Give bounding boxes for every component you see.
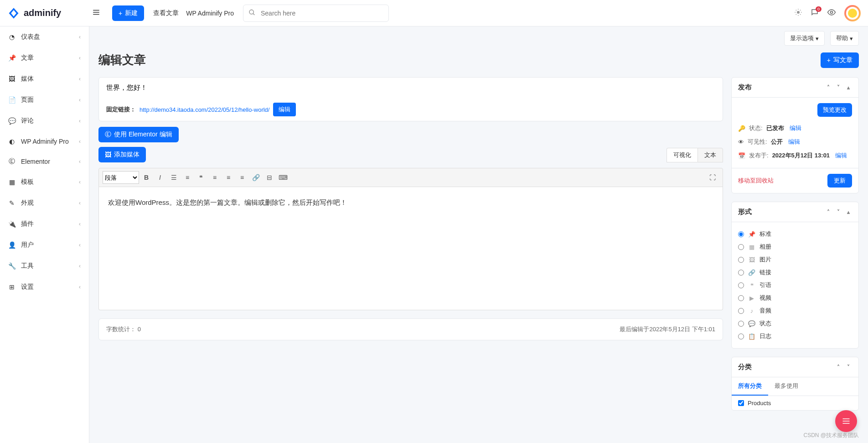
user-avatar[interactable] — [844, 5, 861, 21]
permalink-url[interactable]: http://demo34.itaoda.com/2022/05/12/hell… — [140, 106, 269, 113]
chevron-left-icon: ‹ — [79, 263, 81, 269]
box-up-icon[interactable]: ˄ — [835, 364, 842, 370]
format-option-video[interactable]: ▶视频 — [738, 292, 852, 304]
link-button[interactable]: 🔗 — [249, 171, 262, 184]
tab-popular-categories[interactable]: 最多使用 — [768, 377, 805, 396]
category-checkbox[interactable] — [738, 400, 744, 406]
align-center-button[interactable]: ≡ — [222, 171, 235, 184]
editor-column: 固定链接： http://demo34.itaoda.com/2022/05/1… — [98, 77, 723, 340]
comments-button[interactable]: 0 — [811, 8, 819, 18]
view-site-button[interactable] — [827, 8, 836, 18]
box-down-icon[interactable]: ˅ — [835, 84, 842, 91]
edit-permalink-button[interactable]: 编辑 — [273, 103, 296, 116]
sidebar-item-template[interactable]: ▦模板‹ — [0, 172, 89, 193]
chevron-left-icon: ‹ — [79, 55, 81, 61]
sidebar-item-wrench[interactable]: 🔧工具‹ — [0, 255, 89, 276]
screen-options-row: 显示选项 ▾ 帮助 ▾ — [89, 26, 868, 46]
date-row: 📅 发布于: 2022年5月12日 13:01 编辑 — [738, 149, 852, 162]
sidebar-item-adminify[interactable]: ◐WP Adminify Pro‹ — [0, 131, 89, 151]
box-up-icon[interactable]: ˄ — [825, 209, 832, 215]
view-post-link[interactable]: 查看文章 — [153, 9, 179, 17]
align-right-button[interactable]: ≡ — [236, 171, 248, 184]
box-down-icon[interactable]: ˅ — [835, 209, 842, 215]
format-option-aside[interactable]: 📋日志 — [738, 330, 852, 343]
format-radio[interactable] — [738, 257, 744, 263]
box-toggle-icon[interactable]: ▴ — [845, 209, 852, 215]
sidebar-item-settings[interactable]: ⊞设置‹ — [0, 276, 89, 297]
format-radio[interactable] — [738, 231, 744, 237]
pin-icon: 📌 — [748, 230, 756, 238]
new-button-label: 新建 — [125, 9, 138, 17]
add-media-button[interactable]: 🖼 添加媒体 — [98, 147, 146, 162]
sidebar-item-elementor[interactable]: ⒺElementor‹ — [0, 151, 89, 172]
format-option-pin[interactable]: 📌标准 — [738, 228, 852, 240]
editor-mode-tabs: 可视化 文本 — [666, 148, 723, 162]
format-option-link[interactable]: 🔗链接 — [738, 266, 852, 279]
chevron-left-icon: ‹ — [79, 242, 81, 248]
update-button[interactable]: 更新 — [827, 174, 852, 188]
sidebar-item-page[interactable]: 📄页面‹ — [0, 89, 89, 110]
preview-button[interactable]: 预览更改 — [817, 103, 852, 117]
edit-status-link[interactable]: 编辑 — [790, 124, 801, 132]
trash-link[interactable]: 移动至回收站 — [738, 177, 774, 185]
format-select[interactable]: 段落 — [103, 171, 139, 184]
svg-point-0 — [249, 10, 253, 14]
fab-button[interactable] — [835, 410, 857, 429]
sidebar-item-plug[interactable]: 🔌插件‹ — [0, 214, 89, 235]
editor-content[interactable]: 欢迎使用WordPress。这是您的第一篇文章。编辑或删除它，然后开始写作吧！ — [98, 187, 723, 310]
quote-button[interactable]: ❝ — [195, 171, 207, 184]
add-new-post-button[interactable]: + 写文章 — [821, 52, 859, 68]
toolbar-toggle-button[interactable]: ⌨ — [277, 171, 289, 184]
format-radio[interactable] — [738, 270, 744, 276]
box-up-icon[interactable]: ˄ — [825, 84, 832, 91]
sidebar-item-comment[interactable]: 💬评论‹ — [0, 110, 89, 131]
box-down-icon[interactable]: ˅ — [845, 364, 852, 370]
format-radio[interactable] — [738, 308, 744, 314]
theme-toggle[interactable] — [794, 8, 802, 18]
box-toggle-icon[interactable]: ▴ — [845, 84, 852, 91]
fullscreen-button[interactable]: ⛶ — [706, 171, 719, 184]
edit-date-link[interactable]: 编辑 — [835, 151, 847, 160]
bullet-list-button[interactable]: ☰ — [167, 171, 180, 184]
bold-button[interactable]: B — [140, 171, 153, 184]
main-content: 显示选项 ▾ 帮助 ▾ 编辑文章 + 写文章 固定链接： http://demo… — [89, 26, 868, 429]
format-radio[interactable] — [738, 334, 744, 339]
more-tag-button[interactable]: ⊟ — [263, 171, 276, 184]
format-radio[interactable] — [738, 321, 744, 327]
tab-text[interactable]: 文本 — [698, 148, 723, 162]
italic-button[interactable]: I — [154, 171, 166, 184]
format-radio[interactable] — [738, 282, 744, 288]
elementor-edit-button[interactable]: Ⓔ 使用 Elementor 编辑 — [98, 127, 179, 142]
format-option-image[interactable]: 🖼图片 — [738, 253, 852, 266]
format-radio[interactable] — [738, 244, 744, 250]
sidebar-item-gauge[interactable]: ◔仪表盘‹ — [0, 26, 89, 47]
sidebar-item-media[interactable]: 🖼媒体‹ — [0, 68, 89, 89]
sidebar: ◔仪表盘‹📌文章‹🖼媒体‹📄页面‹💬评论‹◐WP Adminify Pro‹ⒺE… — [0, 26, 89, 429]
format-label: 状态 — [760, 319, 771, 328]
sidebar-label: 工具 — [21, 262, 34, 270]
eye-icon: 👁 — [738, 139, 744, 146]
tab-all-categories[interactable]: 所有分类 — [732, 377, 768, 396]
permalink-row: 固定链接： http://demo34.itaoda.com/2022/05/1… — [99, 98, 723, 121]
post-title-input[interactable] — [99, 78, 723, 98]
edit-visibility-link[interactable]: 编辑 — [788, 138, 800, 146]
sidebar-item-user[interactable]: 👤用户‹ — [0, 235, 89, 255]
tab-visual[interactable]: 可视化 — [666, 148, 698, 162]
sidebar-item-pin[interactable]: 📌文章‹ — [0, 47, 89, 68]
help-toggle[interactable]: 帮助 ▾ — [830, 31, 859, 46]
adminify-pro-link[interactable]: WP Adminify Pro — [186, 10, 234, 17]
format-option-quote[interactable]: ❝引语 — [738, 279, 852, 292]
search-input[interactable] — [243, 5, 389, 22]
format-radio[interactable] — [738, 295, 744, 301]
sidebar-item-brush[interactable]: ✎外观‹ — [0, 193, 89, 214]
format-option-audio[interactable]: ♪音频 — [738, 304, 852, 317]
new-button[interactable]: + 新建 — [112, 5, 144, 21]
numbered-list-button[interactable]: ≡ — [181, 171, 194, 184]
format-option-status[interactable]: 💬状态 — [738, 317, 852, 330]
menu-toggle[interactable] — [89, 5, 103, 21]
last-edited: 最后编辑于2022年5月12日 下午1:01 — [620, 325, 715, 334]
align-left-button[interactable]: ≡ — [208, 171, 221, 184]
logo[interactable]: adminify — [7, 7, 89, 20]
format-option-gallery[interactable]: ▦相册 — [738, 240, 852, 253]
screen-options-toggle[interactable]: 显示选项 ▾ — [784, 31, 825, 46]
